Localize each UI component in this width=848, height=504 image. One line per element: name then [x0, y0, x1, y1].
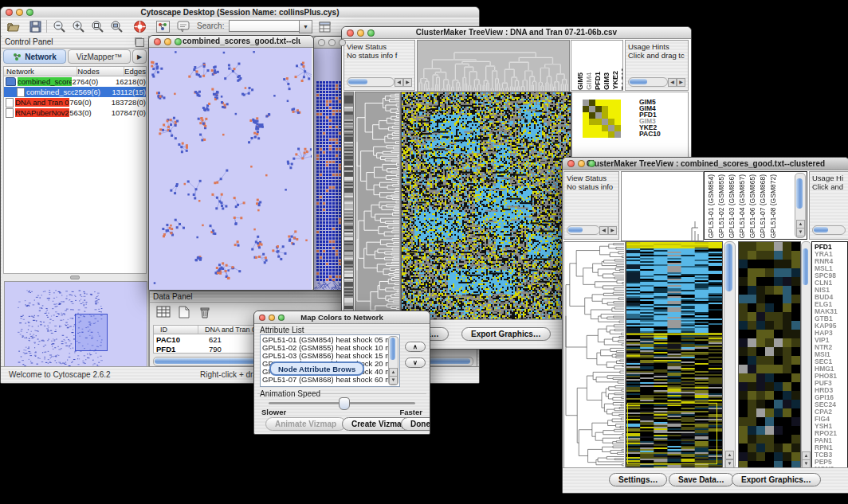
zoom-selected-icon[interactable] — [88, 19, 106, 34]
network-overview[interactable] — [4, 281, 147, 372]
scroll-left-arrow[interactable]: ◀ — [599, 226, 608, 235]
close-button[interactable] — [318, 39, 325, 46]
tv1-usage-scrollbar[interactable] — [628, 77, 668, 87]
close-button[interactable] — [567, 160, 575, 167]
tv2-heatmap[interactable] — [626, 241, 723, 468]
treeview1-titlebar[interactable]: ClusterMaker TreeView : DNA and Tran 07-… — [342, 27, 691, 39]
table-icon[interactable] — [316, 19, 334, 34]
attribute-list-scrollbar[interactable]: ▲ ▼ — [388, 336, 398, 385]
main-window-title: Cytoscape Desktop (Session Name: collins… — [14, 7, 466, 18]
scroll-thumb[interactable] — [390, 338, 395, 360]
tv2-usage-scrollbar[interactable] — [812, 225, 846, 235]
done-button[interactable]: Done — [401, 417, 430, 431]
scroll-down-arrow[interactable]: ▼ — [389, 376, 398, 385]
close-button[interactable] — [259, 315, 265, 321]
data-col-id[interactable]: ID — [154, 326, 198, 334]
open-icon[interactable] — [6, 19, 23, 34]
scroll-up-arrow[interactable]: ▲ — [725, 451, 734, 459]
animate-vizmap-button[interactable]: Animate Vizmap — [265, 417, 346, 431]
new-attribute-icon[interactable] — [175, 304, 193, 319]
scroll-left-arrow[interactable]: ◀ — [395, 78, 403, 87]
zoom-button[interactable] — [175, 38, 182, 45]
move-up-button[interactable]: ∧ — [405, 342, 426, 352]
zoom-out-icon[interactable] — [50, 19, 68, 34]
export-graphics-button[interactable]: Export Graphics… — [461, 327, 551, 341]
dialog-titlebar[interactable]: Map Colors to Network — [254, 311, 430, 324]
animation-slider[interactable] — [269, 402, 415, 404]
table-mode-icon[interactable] — [155, 304, 172, 319]
scroll-thumb[interactable] — [725, 244, 732, 291]
annotation-icon[interactable] — [175, 19, 192, 34]
scroll-right-arrow[interactable]: ▶ — [403, 78, 412, 87]
network-view[interactable] — [149, 48, 312, 290]
tv1-status-scrollbar[interactable] — [347, 77, 395, 87]
col-network[interactable]: Network — [4, 67, 77, 76]
scroll-thumb[interactable] — [803, 248, 808, 285]
minimize-button[interactable] — [269, 315, 275, 321]
minimize-button[interactable] — [328, 39, 336, 46]
treeview2-titlebar[interactable]: ClusterMaker TreeView : combined_scores_… — [563, 158, 848, 170]
scroll-thumb[interactable] — [814, 227, 828, 232]
tab-overflow-arrow[interactable]: ▶ — [132, 49, 147, 64]
main-titlebar[interactable]: Cytoscape Desktop (Session Name: collins… — [1, 7, 479, 18]
zoom-button[interactable] — [339, 39, 346, 46]
search-input[interactable] — [229, 20, 300, 32]
attribute-list-item[interactable]: GPL51-07 (GSM868) heat shock 60 min — [262, 376, 388, 384]
save-icon[interactable] — [26, 19, 44, 34]
minimize-button[interactable] — [357, 29, 364, 37]
tab-network[interactable]: Network — [3, 49, 66, 64]
tab-vizmapper[interactable]: VizMapper™ — [68, 49, 131, 64]
settings-button[interactable]: Settings… — [609, 473, 667, 486]
column-label: GPL51-01 (GSM854) — [707, 174, 715, 238]
divider-handle[interactable] — [3, 275, 147, 279]
tv1-column-dendrogram[interactable] — [417, 40, 570, 92]
vizmap-icon[interactable] — [154, 19, 171, 34]
network-table-row[interactable]: DNA and Tran 07769(0)183728(0) — [4, 97, 146, 107]
move-down-button[interactable]: ∨ — [405, 357, 426, 368]
tv2-gene-scrollbar[interactable]: ▲ ▼ — [801, 241, 811, 470]
tv1-row-dendrogram[interactable] — [355, 92, 401, 322]
scroll-thumb[interactable] — [568, 227, 583, 232]
close-button[interactable] — [347, 29, 354, 37]
tv2-column-dendrogram[interactable] — [621, 171, 704, 241]
search-dropdown-icon[interactable]: ▼ — [299, 20, 312, 33]
minimize-button[interactable] — [16, 9, 23, 16]
close-button[interactable] — [6, 9, 13, 16]
scroll-thumb[interactable] — [630, 79, 647, 84]
scroll-right-arrow[interactable]: ▶ — [608, 226, 617, 235]
tv2-row-dendrogram[interactable] — [563, 241, 626, 468]
close-button[interactable] — [154, 38, 161, 45]
network-front-titlebar[interactable]: combined_scores_good.txt--cluste… — [149, 36, 313, 48]
save-data-button[interactable]: Save Data… — [669, 473, 734, 486]
network-table-row[interactable]: combined_scores2764(0)16218(0) — [4, 76, 146, 87]
scroll-thumb[interactable] — [796, 178, 803, 209]
minimize-button[interactable] — [578, 160, 585, 167]
col-nodes[interactable]: Nodes — [77, 67, 124, 76]
zoom-in-icon[interactable] — [69, 19, 87, 34]
tv2-collabel-scrollbar[interactable]: ▲ ▼ — [795, 173, 806, 238]
zoom-fit-icon[interactable] — [108, 19, 125, 34]
network-window-front: combined_scores_good.txt--cluste… — [148, 35, 314, 291]
zoom-button[interactable] — [278, 315, 285, 321]
zoom-button[interactable] — [367, 29, 375, 37]
zoom-button[interactable] — [588, 160, 595, 167]
float-panel-icon[interactable] — [135, 38, 144, 47]
network-table-row[interactable]: combined_sco2569(6)13112(15) — [4, 87, 146, 97]
tv2-status-scrollbar[interactable] — [567, 225, 600, 235]
scroll-thumb[interactable] — [348, 79, 367, 84]
export-graphics-button[interactable]: Export Graphics… — [732, 473, 821, 486]
scroll-left-arrow[interactable]: ◀ — [668, 78, 677, 87]
col-edges[interactable]: Edges — [124, 67, 146, 76]
slider-thumb[interactable] — [339, 397, 350, 410]
tv2-heatmap-scrollbar[interactable]: ▲ ▼ — [724, 241, 736, 470]
node-attribute-browser-tab[interactable]: Node Attribute Brows — [269, 361, 364, 376]
network-table-row[interactable]: RNAPuberNov2+563(0)107847(0) — [4, 107, 146, 118]
minimize-button[interactable] — [164, 38, 171, 45]
scroll-down-arrow[interactable]: ▼ — [796, 228, 805, 236]
tv2-gene-list: PFD1YRA1RNR4MSL1SPC98CLN1NIS1BUD4ELG1MAK… — [811, 241, 848, 468]
help-icon[interactable] — [131, 19, 148, 34]
tv1-heatmap[interactable] — [401, 92, 571, 322]
scroll-right-arrow[interactable]: ▶ — [677, 78, 685, 87]
zoom-button[interactable] — [26, 9, 33, 16]
trash-icon[interactable] — [196, 304, 214, 319]
